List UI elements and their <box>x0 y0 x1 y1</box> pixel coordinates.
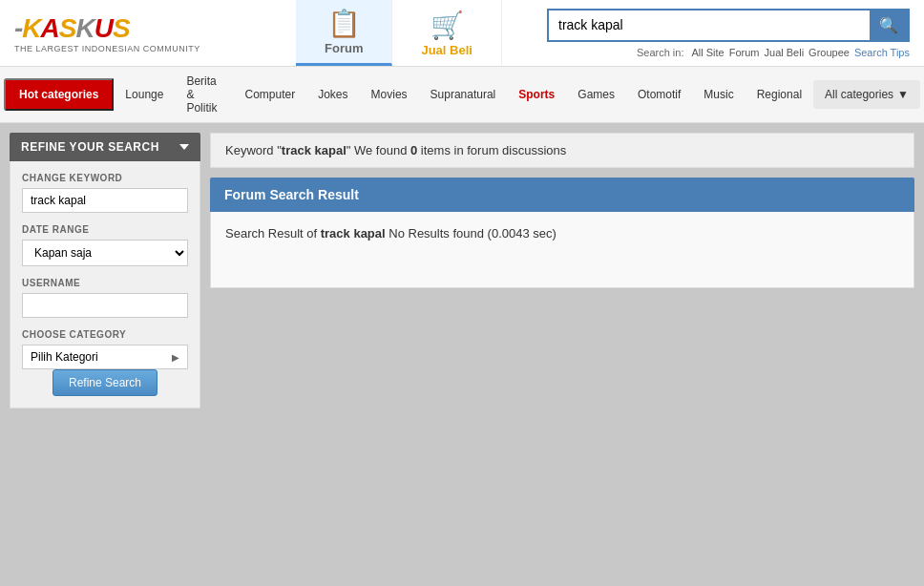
cat-movies[interactable]: Movies <box>360 80 419 109</box>
username-input[interactable] <box>22 293 188 318</box>
cat-sports[interactable]: Sports <box>507 80 566 109</box>
all-categories-arrow-icon: ▼ <box>897 88 909 101</box>
search-area: 🔍 Search in: All Site Forum Jual Beli Gr… <box>502 0 924 66</box>
cat-supranatural[interactable]: Supranatural <box>419 80 508 109</box>
search-button[interactable]: 🔍 <box>870 10 908 40</box>
category-items: Lounge Berita & Politik Computer Jokes M… <box>114 67 813 122</box>
category-bar: Hot categories Lounge Berita & Politik C… <box>0 67 924 123</box>
category-arrow-icon: ▶ <box>172 352 179 363</box>
keyword-suffix: " We found <box>346 143 410 157</box>
keyword-prefix: Keyword " <box>225 143 282 157</box>
date-range-select[interactable]: Kapan saja Hari ini Minggu ini Bulan ini <box>22 240 188 266</box>
refine-body: CHANGE KEYWORD DATE RANGE Kapan saja Har… <box>10 161 200 408</box>
nav-tabs: 📋 Forum 🛒 Jual Beli <box>296 0 502 66</box>
cat-regional[interactable]: Regional <box>746 80 813 109</box>
header: -KASKUS THE LARGEST INDONESIAN COMMUNITY… <box>0 0 924 67</box>
username-label: USERNAME <box>22 278 188 288</box>
refine-search-button[interactable]: Refine Search <box>52 369 158 396</box>
forum-result-body: Search Result of track kapal No Results … <box>210 212 914 288</box>
cat-games[interactable]: Games <box>566 80 626 109</box>
refine-header: REFINE YOUR SEARCH <box>10 133 200 161</box>
jualbeli-icon: 🛒 <box>430 10 464 41</box>
cat-lounge[interactable]: Lounge <box>114 80 175 109</box>
forum-result-header: Forum Search Result <box>210 178 914 212</box>
choose-category-label: CHOOSE CATEGORY <box>22 329 188 340</box>
search-tips[interactable]: Search Tips <box>854 47 910 58</box>
main-content: REFINE YOUR SEARCH CHANGE KEYWORD DATE R… <box>0 123 924 418</box>
logo-text: -KASKUS <box>14 13 200 44</box>
forum-tab-label: Forum <box>325 41 363 55</box>
change-keyword-label: CHANGE KEYWORD <box>22 173 188 183</box>
search-in-label: Search in: <box>637 47 684 58</box>
all-categories-label: All categories <box>825 88 893 101</box>
left-panel: REFINE YOUR SEARCH CHANGE KEYWORD DATE R… <box>10 133 200 408</box>
hot-categories-button[interactable]: Hot categories <box>4 78 114 111</box>
jualbeli-tab[interactable]: 🛒 Jual Beli <box>392 0 501 66</box>
logo-area: -KASKUS THE LARGEST INDONESIAN COMMUNITY <box>0 0 296 66</box>
cat-berita[interactable]: Berita & Politik <box>175 67 233 122</box>
category-select-value: Pilih Kategori <box>31 350 98 364</box>
search-forum[interactable]: Forum <box>729 47 760 58</box>
result-suffix: No Results found (0.0043 sec) <box>386 226 556 241</box>
search-options: Search in: All Site Forum Jual Beli Grou… <box>637 47 910 58</box>
result-count-suffix: items in forum discussions <box>417 143 566 157</box>
logo-subtitle: THE LARGEST INDONESIAN COMMUNITY <box>14 44 200 53</box>
refine-arrow-icon <box>179 144 189 150</box>
search-input[interactable] <box>549 10 870 40</box>
cat-otomotif[interactable]: Otomotif <box>626 80 692 109</box>
keyword-result-bar: Keyword "track kapal" We found 0 items i… <box>210 133 914 168</box>
search-jualbeli[interactable]: Jual Beli <box>765 47 805 58</box>
right-panel: Keyword "track kapal" We found 0 items i… <box>210 133 914 408</box>
keyword-input[interactable] <box>22 188 188 213</box>
result-keyword: track kapal <box>321 226 386 241</box>
jualbeli-tab-label: Jual Beli <box>421 43 472 57</box>
forum-tab[interactable]: 📋 Forum <box>296 0 392 66</box>
search-bar: 🔍 <box>547 9 910 42</box>
cat-music[interactable]: Music <box>692 80 745 109</box>
search-groupee[interactable]: Groupee <box>808 47 850 58</box>
category-select[interactable]: Pilih Kategori ▶ <box>22 345 188 369</box>
all-categories-button[interactable]: All categories ▼ <box>813 80 920 109</box>
keyword-text: track kapal <box>282 143 346 157</box>
refine-title: REFINE YOUR SEARCH <box>21 140 159 154</box>
search-all-site[interactable]: All Site <box>691 47 724 58</box>
date-range-label: DATE RANGE <box>22 224 188 235</box>
logo: -KASKUS THE LARGEST INDONESIAN COMMUNITY <box>14 13 200 53</box>
cat-jokes[interactable]: Jokes <box>306 80 359 109</box>
cat-computer[interactable]: Computer <box>234 80 307 109</box>
forum-icon: 📋 <box>327 8 361 39</box>
result-prefix: Search Result of <box>225 226 321 241</box>
